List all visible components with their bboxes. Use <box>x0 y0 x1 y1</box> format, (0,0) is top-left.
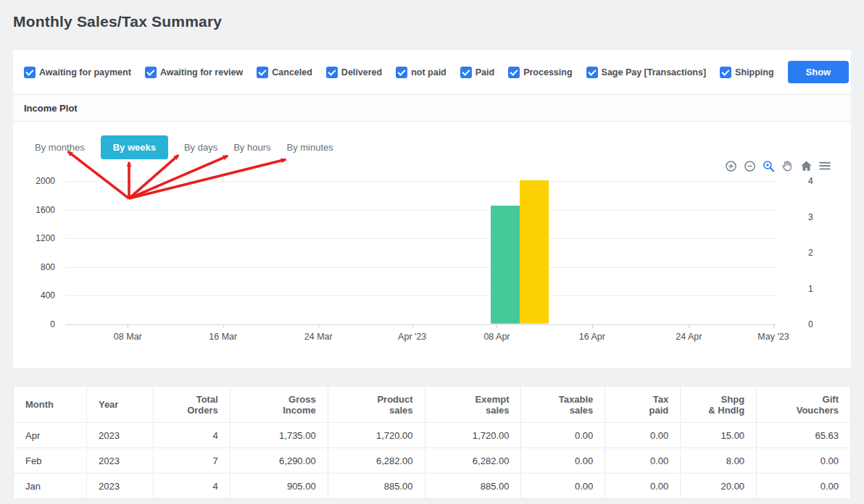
checkbox-checked-icon[interactable] <box>326 67 338 78</box>
checkbox-checked-icon[interactable] <box>24 67 36 78</box>
filter-item-canceled[interactable]: Canceled <box>257 67 312 78</box>
summary-table: MonthYearTotal OrdersGross IncomeProduct… <box>13 386 851 499</box>
filter-item-label: not paid <box>411 67 446 77</box>
y-axis-left-tick: 400 <box>41 290 55 301</box>
cell-exempt-sales: 6,282.00 <box>425 448 521 474</box>
column-header-gross-income: Gross Income <box>230 387 328 423</box>
tab-by-days[interactable]: By days <box>184 142 217 153</box>
x-axis-tick-mark <box>128 324 128 328</box>
cell-year: 2023 <box>86 448 153 474</box>
x-axis-tick-mark <box>412 324 413 328</box>
filter-item-delivered[interactable]: Delivered <box>326 67 382 78</box>
box-zoom-icon[interactable] <box>761 159 776 173</box>
y-axis-right-tick: 2 <box>808 248 813 258</box>
table-header-row: MonthYearTotal OrdersGross IncomeProduct… <box>14 387 851 423</box>
cell-exempt-sales: 1,720.00 <box>425 423 521 448</box>
bar-orders[interactable] <box>520 180 549 324</box>
filter-item-shipping[interactable]: Shipping <box>720 67 773 78</box>
x-axis-tick-mark <box>497 324 497 328</box>
cell-gross-income: 1,735.00 <box>230 423 328 448</box>
x-axis-tick-mark <box>592 324 593 328</box>
cell-product-sales: 1,720.00 <box>328 423 425 448</box>
column-header-exempt-sales: Exempt sales <box>425 387 521 423</box>
checkbox-checked-icon[interactable] <box>460 67 472 78</box>
gridline <box>65 267 776 268</box>
checkbox-checked-icon[interactable] <box>720 67 731 78</box>
gridline <box>65 324 776 325</box>
x-axis-tick-label: 08 Mar <box>114 332 142 342</box>
x-axis-tick-label: 24 Apr <box>676 332 702 342</box>
cell-gross-income: 905.00 <box>230 474 328 499</box>
x-axis-tick-mark <box>773 324 774 328</box>
zoom-out-icon[interactable] <box>742 159 757 173</box>
cell-month: Feb <box>14 448 87 474</box>
cell-total-orders: 4 <box>153 423 230 448</box>
cell-gift-vouchers: 0.00 <box>757 448 851 474</box>
column-header-gift-vouchers: Gift Vouchers <box>757 387 851 423</box>
cell-tax-paid: 0.00 <box>605 423 681 448</box>
cell-taxable-sales: 0.00 <box>521 448 605 474</box>
column-header-taxable-sales: Taxable sales <box>521 387 605 423</box>
column-header-year: Year <box>86 387 153 423</box>
filter-item-label: Paid <box>475 67 494 77</box>
checkbox-checked-icon[interactable] <box>508 67 520 78</box>
table-row: Jan20234905.00885.00885.000.000.0020.000… <box>14 474 851 499</box>
column-header-shpg-hndlg: Shpg & Hndlg <box>681 387 757 423</box>
gridline <box>65 181 776 182</box>
cell-taxable-sales: 0.00 <box>521 423 605 448</box>
income-plot-header: Income Plot <box>13 95 851 122</box>
tab-by-minutes[interactable]: By minutes <box>286 142 333 153</box>
x-axis-tick-label: 16 Apr <box>579 332 605 342</box>
checkbox-checked-icon[interactable] <box>257 67 268 78</box>
filter-item-label: Sage Pay [Transactions] <box>602 67 707 77</box>
y-axis-left-tick: 2000 <box>36 176 55 186</box>
filter-item-label: Awaiting for review <box>160 67 243 77</box>
page-title: Monthly Sales/Tax Summary <box>13 13 864 30</box>
table-row: Apr202341,735.001,720.001,720.000.000.00… <box>14 423 851 448</box>
checkbox-checked-icon[interactable] <box>145 67 157 78</box>
tab-by-hours[interactable]: By hours <box>233 142 270 153</box>
cell-month: Jan <box>14 474 87 499</box>
pan-icon[interactable] <box>780 159 794 173</box>
tab-by-monthes[interactable]: By monthes <box>35 142 85 153</box>
summary-table-card: MonthYearTotal OrdersGross IncomeProduct… <box>13 386 851 499</box>
filter-item-paid[interactable]: Paid <box>460 67 494 78</box>
filter-item-awaiting-for-payment[interactable]: Awaiting for payment <box>24 67 131 78</box>
cell-tax-paid: 0.00 <box>605 448 681 474</box>
y-axis-right-tick: 4 <box>808 176 813 186</box>
cell-product-sales: 885.00 <box>328 474 425 499</box>
y-axis-right-tick: 3 <box>808 212 813 222</box>
home-icon[interactable] <box>799 159 813 173</box>
cell-shpg-hndlg: 20.00 <box>681 474 757 499</box>
table-row: Feb202376,290.006,282.006,282.000.000.00… <box>14 448 851 474</box>
zoom-in-icon[interactable] <box>723 159 738 173</box>
column-header-product-sales: Product sales <box>328 387 425 423</box>
x-axis-tick-label: Apr '23 <box>398 332 426 342</box>
column-header-total-orders: Total Orders <box>153 387 230 423</box>
income-chart: 04008001200160020000123408 Mar16 Mar24 M… <box>13 160 851 352</box>
tab-by-weeks[interactable]: By weeks <box>101 135 168 159</box>
x-axis-tick-label: May '23 <box>757 332 789 342</box>
gridline <box>65 210 776 211</box>
bar-income[interactable] <box>491 206 520 324</box>
checkbox-checked-icon[interactable] <box>396 67 407 78</box>
y-axis-left-tick: 800 <box>41 262 55 272</box>
menu-icon[interactable] <box>818 159 832 173</box>
filter-item-label: Delivered <box>341 67 382 77</box>
plot-area: 04008001200160020000123408 Mar16 Mar24 M… <box>65 176 776 324</box>
y-axis-right-tick: 1 <box>808 284 813 294</box>
column-header-tax-paid: Tax paid <box>605 387 681 423</box>
main-card: Awaiting for paymentAwaiting for reviewC… <box>13 50 851 368</box>
y-axis-left-tick: 1200 <box>36 233 55 243</box>
filter-item-awaiting-for-review[interactable]: Awaiting for review <box>145 67 243 78</box>
x-axis-tick-label: 16 Mar <box>209 332 237 342</box>
checkbox-checked-icon[interactable] <box>586 67 598 78</box>
show-button[interactable]: Show <box>788 61 850 83</box>
filter-item-processing[interactable]: Processing <box>508 67 572 78</box>
cell-shpg-hndlg: 8.00 <box>681 448 757 474</box>
filter-item-sage-pay-transactions[interactable]: Sage Pay [Transactions] <box>586 67 707 78</box>
gridline <box>65 238 776 239</box>
filter-item-label: Processing <box>523 67 572 77</box>
gridline <box>65 295 776 296</box>
filter-item-not-paid[interactable]: not paid <box>396 67 446 78</box>
